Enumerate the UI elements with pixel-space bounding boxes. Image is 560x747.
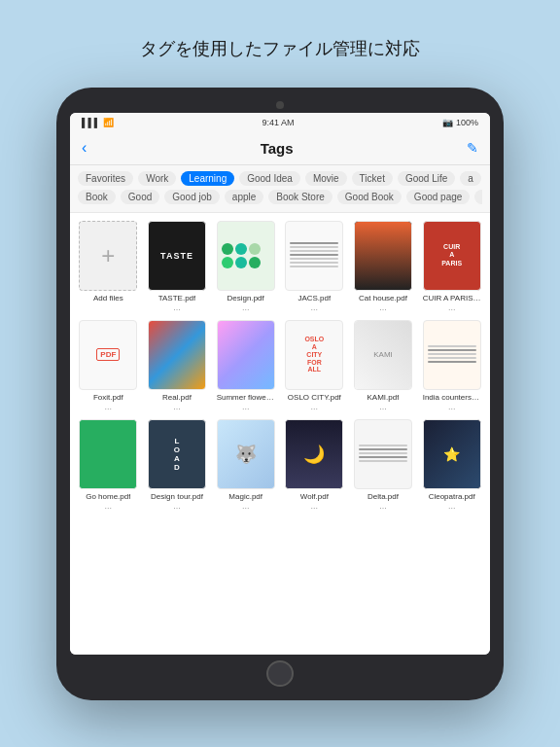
plus-icon: + [101, 242, 115, 269]
india-thumb [423, 320, 481, 390]
designtour-text: LOAD [174, 437, 180, 472]
text-decoration [355, 441, 411, 468]
tag-a[interactable]: a [460, 171, 481, 186]
file-label: Wolf.pdf [300, 492, 329, 501]
battery-text: 100% [456, 118, 478, 127]
nav-title: Tags [261, 140, 294, 157]
tag-goodbook[interactable]: Good Book [337, 190, 402, 204]
delta-thumb [354, 419, 412, 489]
tag-ticket[interactable]: Ticket [352, 171, 393, 186]
file-label: TASTE.pdf [158, 294, 196, 302]
file-dots: ... [242, 402, 250, 411]
cleo-icon: ⭐ [443, 446, 460, 462]
cathouse-thumb [354, 221, 412, 291]
tag-goodjob[interactable]: Good job [164, 190, 220, 204]
status-right: 📷 100% [442, 118, 478, 127]
tag-bookstore[interactable]: Book Store [268, 190, 332, 204]
tag-apple[interactable]: apple [225, 190, 263, 204]
wolf-thumb: 🌙 [285, 419, 343, 489]
file-grid: + Add files TASTE TASTE.pdf ... [78, 221, 482, 511]
list-item[interactable]: India counters.pdf ... [421, 320, 482, 411]
tag-learning[interactable]: Learning [181, 171, 234, 186]
file-label: Design.pdf [228, 294, 264, 302]
list-item[interactable]: JACS.pdf ... [284, 221, 345, 312]
file-label: Delta.pdf [368, 492, 399, 501]
magic-icon: 🐺 [235, 444, 257, 465]
file-dots: ... [173, 302, 181, 312]
list-item[interactable]: + Add files [78, 221, 139, 312]
file-dots: ... [105, 402, 113, 411]
magic-thumb: 🐺 [217, 419, 275, 489]
file-label: OSLO CITY.pdf [288, 393, 341, 402]
file-dots: ... [379, 501, 387, 511]
home-button[interactable] [266, 660, 294, 687]
list-item[interactable]: KAMI KAMI.pdf ... [353, 320, 414, 411]
text-decoration [286, 238, 342, 273]
foxit-thumb: PDF [79, 320, 137, 390]
file-label: KAMI.pdf [368, 393, 400, 402]
designtour-thumb: LOAD [148, 419, 206, 489]
nav-bar: ‹ Tags ✎ [70, 132, 490, 165]
file-label: Add files [93, 294, 123, 302]
file-label: Real.pdf [162, 393, 192, 402]
file-label: Magic.pdf [228, 492, 262, 501]
page-title: タグを使用したファイル管理に対応 [140, 37, 420, 60]
status-time: 9:41 AM [262, 118, 295, 127]
file-dots: ... [311, 302, 319, 312]
tag-applebook[interactable]: apple book [474, 190, 482, 204]
tags-container: Favorites Work Learning Good Idea Movie … [70, 165, 490, 213]
oslo-thumb: OSLOACITYFORALL [285, 320, 343, 390]
file-label: Go home.pdf [86, 492, 130, 501]
tag-goodidea[interactable]: Good Idea [239, 171, 300, 186]
taste-text: TASTE [160, 251, 193, 261]
list-item[interactable]: LOAD Design tour.pdf ... [147, 419, 208, 511]
tag-book[interactable]: Book [78, 190, 116, 204]
tag-goodpage[interactable]: Good page [406, 190, 471, 204]
oslo-text: OSLOACITYFORALL [304, 336, 324, 373]
pdf-icon: PDF [96, 348, 120, 361]
list-item[interactable]: PDF Foxit.pdf ... [78, 320, 139, 411]
kami-text: KAMI [373, 350, 393, 359]
file-label: Summer flower.pdf [217, 393, 275, 402]
tag-favorites[interactable]: Favorites [78, 171, 133, 186]
tag-movie[interactable]: Movie [305, 171, 347, 186]
file-label: JACS.pdf [298, 294, 331, 302]
back-button[interactable]: ‹ [82, 139, 87, 157]
list-item[interactable]: OSLOACITYFORALL OSLO CITY.pdf ... [284, 320, 345, 411]
design-thumb [217, 221, 275, 291]
wolf-icon: 🌙 [303, 444, 325, 465]
file-dots: ... [448, 501, 456, 511]
list-item[interactable]: Design.pdf ... [215, 221, 276, 312]
list-item[interactable]: Delta.pdf ... [353, 419, 414, 511]
list-item[interactable]: 🌙 Wolf.pdf ... [284, 419, 345, 511]
list-item[interactable]: 🐺 Magic.pdf ... [215, 419, 276, 511]
taste-thumb: TASTE [148, 221, 206, 291]
list-item[interactable]: Cat house.pdf ... [353, 221, 414, 312]
list-item[interactable]: Go home.pdf ... [78, 419, 139, 511]
add-thumb: + [79, 221, 137, 291]
file-label: Cat house.pdf [359, 294, 407, 302]
list-item[interactable]: ⭐ Cleopatra.pdf ... [421, 419, 482, 511]
list-item[interactable]: TASTE TASTE.pdf ... [147, 221, 208, 312]
file-dots: ... [242, 501, 250, 511]
cleo-thumb: ⭐ [423, 419, 481, 489]
signal-icon: ▌▌▌ [82, 118, 100, 127]
list-item[interactable]: Real.pdf ... [147, 320, 208, 411]
list-item[interactable]: Summer flower.pdf ... [215, 320, 276, 411]
file-dots: ... [311, 501, 319, 511]
cuir-text: CUIRAPARIS [438, 239, 466, 271]
file-dots: ... [448, 302, 456, 312]
file-dots: ... [379, 302, 387, 312]
list-item[interactable]: CUIRAPARIS CUIR A PARIS.pdf ... [421, 221, 482, 312]
file-dots: ... [311, 402, 319, 411]
tag-goodlife[interactable]: Good Life [398, 171, 455, 186]
real-thumb [148, 320, 206, 390]
bluetooth-icon: 📷 [442, 118, 453, 127]
file-label: Foxit.pdf [93, 393, 123, 402]
file-label: Design tour.pdf [151, 492, 203, 501]
tag-work[interactable]: Work [138, 171, 176, 186]
edit-icon[interactable]: ✎ [467, 140, 478, 156]
tag-good[interactable]: Good [121, 190, 159, 204]
gohome-thumb [79, 419, 137, 489]
text-decoration [424, 341, 480, 369]
